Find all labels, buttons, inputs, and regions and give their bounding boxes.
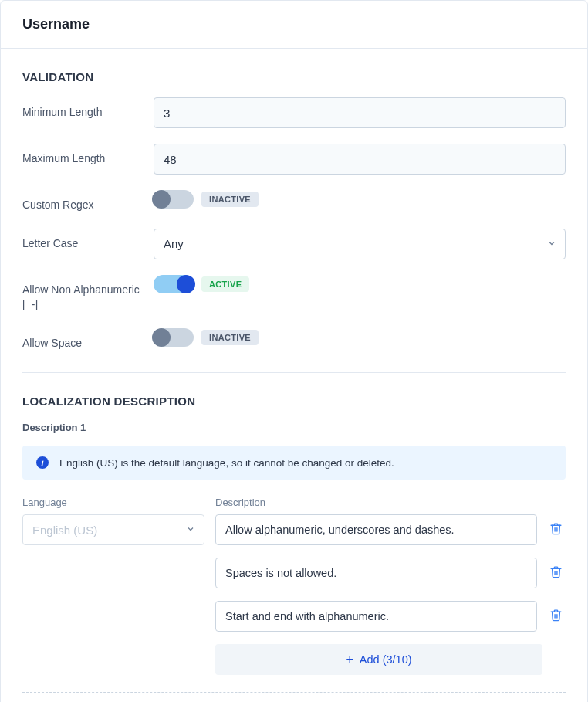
description-input[interactable]: [215, 558, 537, 588]
plus-icon: +: [346, 653, 353, 666]
allow-non-alnum-row: Allow Non Alphanumeric [_-] ACTIVE: [22, 275, 566, 313]
max-length-row: Maximum Length: [22, 144, 566, 175]
allow-space-label: Allow Space: [22, 328, 154, 351]
card-body: VALIDATION Minimum Length Maximum Length…: [1, 49, 587, 702]
description-input[interactable]: [215, 514, 537, 545]
language-label: Language: [22, 497, 204, 508]
card-title: Username: [22, 16, 566, 32]
max-length-input[interactable]: [154, 144, 566, 175]
min-length-input[interactable]: [154, 97, 566, 128]
username-card: Username VALIDATION Minimum Length Maxim…: [0, 0, 588, 702]
delete-description-button[interactable]: [546, 605, 566, 627]
allow-space-badge: INACTIVE: [201, 330, 259, 345]
allow-non-alnum-toggle[interactable]: [154, 275, 194, 293]
custom-regex-label: Custom Regex: [22, 190, 154, 213]
trash-icon: [549, 565, 563, 581]
letter-case-row: Letter Case Any: [22, 229, 566, 259]
description-row: [215, 601, 566, 632]
min-length-label: Minimum Length: [22, 97, 154, 120]
custom-regex-row: Custom Regex INACTIVE: [22, 190, 566, 213]
letter-case-select[interactable]: Any: [154, 229, 566, 259]
description-row: [215, 558, 566, 588]
description-input[interactable]: [215, 601, 537, 632]
min-length-row: Minimum Length: [22, 97, 566, 128]
card-header: Username: [1, 1, 587, 49]
dotted-divider: [22, 692, 566, 693]
localization-row: Language English (US) Description: [22, 497, 566, 675]
info-text: English (US) is the default language, so…: [59, 457, 394, 469]
description-group-heading: Description 1: [22, 422, 566, 433]
info-icon: i: [36, 456, 49, 469]
allow-space-row: Allow Space INACTIVE: [22, 328, 566, 351]
custom-regex-badge: INACTIVE: [201, 192, 259, 207]
delete-description-button[interactable]: [546, 519, 566, 541]
localization-heading: LOCALIZATION DESCRIPTION: [22, 395, 566, 408]
trash-icon: [549, 609, 563, 624]
custom-regex-toggle[interactable]: [154, 190, 194, 209]
trash-icon: [549, 522, 563, 538]
language-select: English (US): [22, 514, 204, 545]
allow-non-alnum-badge: ACTIVE: [201, 276, 249, 292]
max-length-label: Maximum Length: [22, 144, 154, 167]
add-description-button[interactable]: + Add (3/10): [215, 644, 542, 675]
description-label: Description: [215, 497, 566, 508]
description-row: [215, 514, 566, 545]
add-description-label: Add (3/10): [360, 653, 412, 666]
delete-description-button[interactable]: [546, 562, 566, 584]
allow-space-toggle[interactable]: [154, 328, 194, 347]
allow-non-alnum-label: Allow Non Alphanumeric [_-]: [22, 275, 154, 313]
letter-case-label: Letter Case: [22, 229, 154, 252]
section-divider: [22, 372, 566, 373]
info-banner: i English (US) is the default language, …: [22, 446, 566, 480]
validation-heading: VALIDATION: [22, 70, 566, 83]
